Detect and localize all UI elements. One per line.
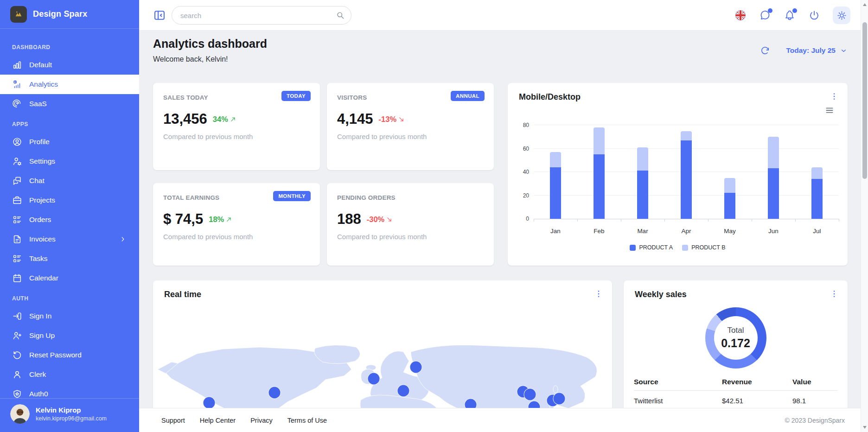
search-icon[interactable] bbox=[336, 11, 345, 20]
map-marker[interactable] bbox=[524, 388, 536, 401]
sidebar-item-label: Default bbox=[29, 61, 52, 69]
refresh-icon[interactable] bbox=[760, 45, 770, 56]
legend-item-product-a[interactable]: PRODUCT A bbox=[630, 244, 673, 251]
sidebar-item-saas[interactable]: SaaS bbox=[0, 94, 139, 114]
date-filter-button[interactable]: Today: July 25 bbox=[786, 46, 848, 55]
legend-item-product-b[interactable]: PRODUCT B bbox=[682, 244, 725, 251]
stat-value: 13,456 bbox=[163, 111, 207, 127]
sidebar-item-sign-up[interactable]: Sign Up bbox=[0, 326, 139, 345]
sidebar-item-sign-in[interactable]: Sign In bbox=[0, 306, 139, 326]
kebab-menu-icon[interactable] bbox=[829, 289, 839, 299]
map-marker[interactable] bbox=[368, 373, 380, 385]
map-marker[interactable] bbox=[268, 387, 281, 399]
sidebar-item-analytics[interactable]: Analytics bbox=[0, 75, 139, 94]
messages-icon[interactable] bbox=[759, 9, 771, 21]
vertical-scrollbar[interactable] bbox=[861, 0, 868, 432]
sidebar-item-default[interactable]: Default bbox=[0, 55, 139, 75]
stat-caption: Compared to previous month bbox=[163, 233, 253, 241]
footer-link-support[interactable]: Support bbox=[161, 417, 185, 424]
stacked-bar[interactable] bbox=[768, 137, 779, 219]
language-flag-icon[interactable] bbox=[734, 9, 747, 21]
stacked-bar[interactable] bbox=[637, 147, 648, 219]
scrollbar-down-arrow-icon[interactable] bbox=[863, 426, 867, 429]
stat-card-visitors: VISITORSANNUAL4,145-13%Compared to previ… bbox=[327, 83, 494, 170]
stacked-bar[interactable] bbox=[550, 152, 561, 219]
chart-legend: PRODUCT APRODUCT B bbox=[508, 244, 848, 251]
table-header-source: Source bbox=[634, 378, 722, 386]
y-axis-tick-label: 40 bbox=[515, 169, 529, 175]
stat-caption: Compared to previous month bbox=[337, 233, 427, 241]
card-title: Real time bbox=[164, 290, 201, 299]
map-marker[interactable] bbox=[553, 393, 566, 405]
search-input[interactable] bbox=[172, 6, 351, 25]
footer-link-privacy[interactable]: Privacy bbox=[250, 417, 273, 424]
sidebar-item-orders[interactable]: Orders bbox=[0, 210, 139, 229]
brand-logo-icon bbox=[10, 6, 27, 23]
sidebar-item-profile[interactable]: Profile bbox=[0, 132, 139, 152]
sidebar-item-label: Reset Password bbox=[29, 351, 82, 359]
stat-label: SALES TODAY bbox=[163, 94, 208, 101]
footer-link-help-center[interactable]: Help Center bbox=[200, 417, 236, 424]
legend-label: PRODUCT A bbox=[639, 244, 673, 251]
stat-card-sales-today: SALES TODAYTODAY13,45634%Compared to pre… bbox=[153, 83, 320, 170]
power-icon[interactable] bbox=[808, 9, 820, 21]
chart-hamburger-menu-icon[interactable] bbox=[824, 105, 835, 115]
sidebar-item-tasks[interactable]: Tasks bbox=[0, 249, 139, 268]
sidebar-item-clerk[interactable]: Clerk bbox=[0, 365, 139, 384]
bar-slot-may bbox=[708, 126, 752, 219]
sidebar-item-label: Orders bbox=[29, 216, 51, 224]
stacked-bar[interactable] bbox=[724, 178, 735, 219]
map-marker[interactable] bbox=[410, 361, 422, 374]
stat-delta-value: 34% bbox=[213, 115, 228, 124]
stat-value-row: 13,45634% bbox=[163, 111, 237, 127]
bar-segment-product-a bbox=[724, 193, 735, 219]
nav-section-dashboard: DASHBOARD bbox=[0, 37, 139, 55]
sidebar-item-auth0[interactable]: Auth0 bbox=[0, 384, 139, 398]
bar-segment-product-b bbox=[681, 131, 692, 140]
sidebar-item-calendar[interactable]: Calendar bbox=[0, 268, 139, 288]
list-details-icon bbox=[12, 215, 22, 225]
bar-chart-icon bbox=[12, 60, 22, 70]
y-axis-tick-label: 60 bbox=[515, 146, 529, 152]
sidebar-item-projects[interactable]: Projects bbox=[0, 191, 139, 210]
sidebar-item-invoices[interactable]: Invoices bbox=[0, 229, 139, 249]
notifications-bell-icon[interactable] bbox=[784, 9, 796, 21]
login-icon bbox=[12, 311, 22, 321]
bar-slot-apr bbox=[664, 126, 708, 219]
stat-label: PENDING ORDERS bbox=[337, 194, 396, 201]
stat-badge: ANNUAL bbox=[451, 91, 485, 101]
bar-segment-product-a bbox=[637, 171, 648, 219]
x-axis-tick bbox=[534, 219, 534, 222]
analytics-icon bbox=[12, 79, 22, 89]
brand-row[interactable]: Design Sparx bbox=[0, 0, 139, 29]
sidebar-collapse-icon[interactable] bbox=[153, 9, 166, 22]
legend-swatch bbox=[630, 245, 636, 251]
kebab-menu-icon[interactable] bbox=[829, 91, 839, 102]
map-marker[interactable] bbox=[203, 397, 216, 409]
kebab-menu-icon[interactable] bbox=[594, 289, 604, 299]
sidebar-item-label: Calendar bbox=[29, 274, 58, 282]
stat-delta: -30% bbox=[367, 215, 394, 224]
calendar-icon bbox=[12, 273, 22, 283]
stat-card-pending-orders: PENDING ORDERS188-30%Compared to previou… bbox=[327, 183, 494, 266]
stacked-bar[interactable] bbox=[811, 167, 823, 219]
stacked-bar[interactable] bbox=[594, 127, 605, 219]
sidebar-user[interactable]: Kelvin Kiprop kelvin.kiprop96@gmail.com bbox=[0, 398, 139, 432]
legend-swatch bbox=[682, 245, 688, 251]
bar-segment-product-b bbox=[637, 147, 648, 171]
sidebar-item-settings[interactable]: Settings bbox=[0, 152, 139, 171]
stacked-bar[interactable] bbox=[681, 131, 692, 219]
stat-delta-value: -13% bbox=[379, 115, 397, 124]
scrollbar-thumb[interactable] bbox=[862, 22, 867, 179]
date-controls: Today: July 25 bbox=[760, 45, 848, 56]
map-marker[interactable] bbox=[397, 385, 410, 397]
sidebar-item-reset-password[interactable]: Reset Password bbox=[0, 345, 139, 365]
scrollbar-up-arrow-icon[interactable] bbox=[863, 3, 867, 6]
user-gear-icon bbox=[12, 156, 22, 166]
theme-toggle-sun-icon[interactable] bbox=[833, 6, 850, 24]
sidebar-item-chat[interactable]: Chat bbox=[0, 171, 139, 191]
footer-link-terms-of-use[interactable]: Terms of Use bbox=[287, 417, 327, 424]
x-axis-label: Jan bbox=[534, 228, 577, 235]
bar-segment-product-b bbox=[811, 167, 823, 179]
spiral-icon bbox=[12, 99, 22, 109]
